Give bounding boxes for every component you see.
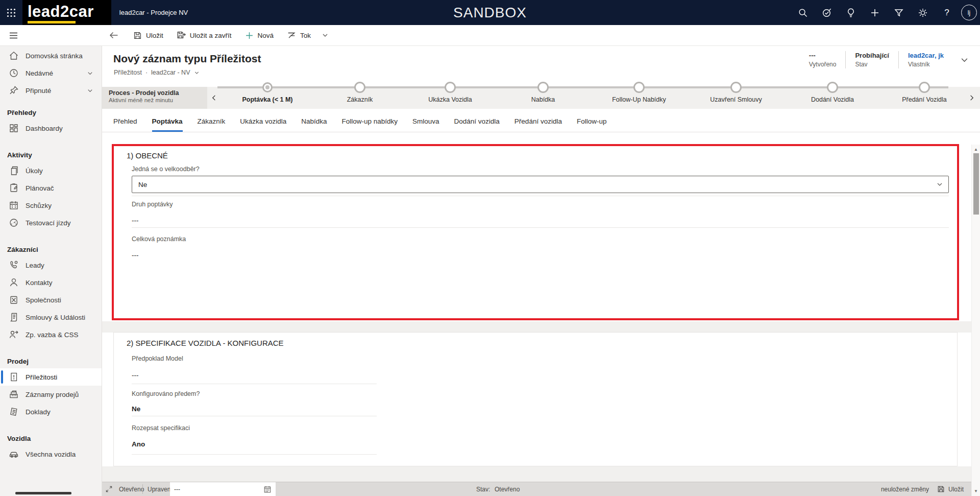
clock-icon [9, 68, 19, 78]
field-label-rozepsat-specifikaci: Rozepsat specifikaci [132, 424, 190, 432]
field-divider [132, 227, 949, 228]
sidebar-group-prehledy: Přehledy [0, 105, 102, 120]
command-overflow-chevron-icon[interactable] [317, 32, 333, 39]
sitemap-sidebar: Domovská stránka Nedávné Připnuté Přehle… [0, 46, 102, 496]
created-label: Vytvořeno [809, 61, 837, 68]
tab-nabidka[interactable]: Nabídka [301, 117, 327, 132]
header-expand-chevron-icon[interactable] [960, 56, 969, 64]
section-obecne-highlighted-red: 1) OBECNÉ Jedná se o velkoodběr? Ne Druh… [112, 144, 959, 320]
predpoklad-model-value[interactable]: --- [132, 371, 139, 379]
expand-icon[interactable] [105, 485, 113, 493]
tab-prehled[interactable]: Přehled [113, 117, 137, 132]
sidebar-item-pinned[interactable]: Připnuté [0, 82, 102, 99]
tab-zakaznik[interactable]: Zákazník [198, 117, 226, 132]
process-stage-nabidka[interactable]: Nabídka [495, 87, 592, 103]
sidebar-item-recent[interactable]: Nedávné [0, 64, 102, 82]
modified-on-date-field[interactable]: --- [170, 482, 276, 496]
vertical-scrollbar[interactable]: ▲ ▼ [971, 145, 980, 496]
sidebar-item-tasks[interactable]: Úkoly [0, 162, 102, 179]
stage-label: Dodání Vozidla [784, 96, 881, 103]
form-selector[interactable]: lead2car - NV [151, 69, 190, 76]
sidebar-item-leads[interactable]: Leady [0, 256, 102, 274]
advisor-check-icon[interactable] [817, 3, 837, 23]
process-scroll-right-chevron-icon[interactable] [965, 87, 978, 109]
velkoodber-dropdown[interactable]: Ne [132, 176, 949, 193]
save-button[interactable]: Uložit [127, 25, 170, 46]
sidebar-horizontal-scrollbar[interactable] [15, 492, 71, 494]
process-stage-zakaznik[interactable]: Zákazník [311, 87, 408, 103]
sidebar-item-test-drives[interactable]: Testovací jízdy [0, 214, 102, 231]
sidebar-group-vozidla: Vozidla [0, 431, 102, 445]
scrollbar-up-arrow-icon[interactable]: ▲ [972, 147, 980, 152]
process-stage-poptavka[interactable]: Poptávka (< 1 M) [219, 87, 316, 103]
save-and-close-button[interactable]: Uložit a zavřít [170, 25, 238, 46]
brand-logo[interactable]: lead2car [22, 0, 111, 25]
stage-label: Nabídka [495, 96, 592, 103]
sidebar-item-opportunities[interactable]: Příležitosti [0, 368, 102, 386]
process-stage-predani-vozidla[interactable]: Předání Vozidla [876, 87, 973, 103]
opportunity-doc-icon [9, 372, 19, 382]
tab-follow-up[interactable]: Follow-up [577, 117, 607, 132]
new-record-button[interactable]: Nová [238, 25, 281, 46]
sidebar-item-contracts-events[interactable]: Smlouvy & Události [0, 309, 102, 326]
dropdown-value: Ne [138, 181, 147, 188]
app-launcher-button[interactable] [0, 0, 22, 25]
quick-create-plus-icon[interactable] [865, 3, 885, 23]
footer-right-cluster: neuložené změny Uložit [881, 482, 964, 496]
sidebar-item-companies[interactable]: Společnosti [0, 291, 102, 309]
tab-smlouva[interactable]: Smlouva [412, 117, 439, 132]
user-avatar[interactable]: lj [961, 5, 977, 20]
sidebar-item-meetings[interactable]: Schůzky [0, 197, 102, 214]
new-record-label: Nová [258, 32, 274, 39]
tab-dodani-vozidla[interactable]: Dodání vozidla [454, 117, 500, 132]
scrollbar-down-arrow-icon[interactable]: ▼ [972, 489, 980, 493]
flow-button[interactable]: Tok [280, 25, 317, 46]
sidebar-item-home[interactable]: Domovská stránka [0, 47, 102, 64]
tab-ukazka-vozidla[interactable]: Ukázka vozidla [240, 117, 286, 132]
konfigurovano-predem-value[interactable]: Ne [132, 405, 140, 413]
process-stage-uzavreni-smlouvy[interactable]: Uzavření Smlouvy [688, 87, 785, 103]
current-app-name[interactable]: lead2car - Prodejce NV [119, 9, 188, 16]
sidebar-item-label: Záznamy prodejů [26, 391, 79, 398]
sidebar-item-sales-records[interactable]: Záznamy prodejů [0, 386, 102, 403]
sidebar-item-contacts[interactable]: Kontakty [0, 274, 102, 291]
sidebar-item-dashboards[interactable]: Dashboardy [0, 120, 102, 137]
sidebar-item-documents[interactable]: Doklady [0, 403, 102, 420]
process-stage-ukazka[interactable]: Ukázka Vozidla [402, 87, 499, 103]
celkova-poznamka-value[interactable]: --- [132, 251, 139, 259]
field-divider [132, 196, 949, 196]
search-icon[interactable] [793, 3, 813, 23]
sidebar-item-all-vehicles[interactable]: Všechna vozidla [0, 445, 102, 463]
sidebar-item-planner[interactable]: Plánovač [0, 179, 102, 197]
phone-icon [9, 260, 19, 270]
chevron-down-icon[interactable] [87, 70, 93, 77]
top-navigation-bar: lead2car lead2car - Prodejce NV SANDBOX [0, 0, 980, 25]
form-footer: Otevřeno Upraveno: --- Stav: Otevřeno ne… [102, 482, 980, 496]
sidebar-item-feedback-css[interactable]: Zp. vazba & CSS [0, 326, 102, 343]
sitemap-toggle-button[interactable] [7, 29, 20, 42]
tab-follow-up-nabidky[interactable]: Follow-up nabídky [341, 117, 398, 132]
chevron-down-icon[interactable] [194, 70, 200, 76]
stage-circle-icon [537, 82, 549, 93]
calendar-icon[interactable] [263, 485, 272, 493]
owner-link[interactable]: lead2car, jk [908, 52, 944, 59]
tab-predani-vozidla[interactable]: Předání vozidla [514, 117, 562, 132]
process-stage-dodani-vozidla[interactable]: Dodání Vozidla [784, 87, 881, 103]
waffle-icon [7, 8, 16, 17]
back-button[interactable] [106, 28, 121, 43]
footer-save-button[interactable]: Uložit [937, 485, 964, 493]
filter-icon[interactable] [889, 3, 909, 23]
chevron-down-icon[interactable] [87, 87, 93, 94]
section-gap [102, 321, 971, 333]
field-label-celkova-poznamka: Celková poznámka [132, 235, 186, 243]
scrollbar-thumb[interactable] [973, 153, 979, 215]
lightbulb-icon[interactable] [841, 3, 861, 23]
help-icon[interactable]: ? [937, 3, 957, 23]
druh-poptavky-value[interactable]: --- [132, 217, 139, 224]
tab-poptavka[interactable]: Poptávka [152, 117, 183, 132]
process-stage-follow-up-nabidky[interactable]: Follow-Up Nabídky [591, 87, 688, 103]
sidebar-item-label: Úkoly [26, 167, 43, 175]
settings-gear-icon[interactable] [913, 3, 933, 23]
logo-underline [28, 21, 76, 23]
rozepsat-specifikaci-value[interactable]: Ano [132, 440, 145, 448]
